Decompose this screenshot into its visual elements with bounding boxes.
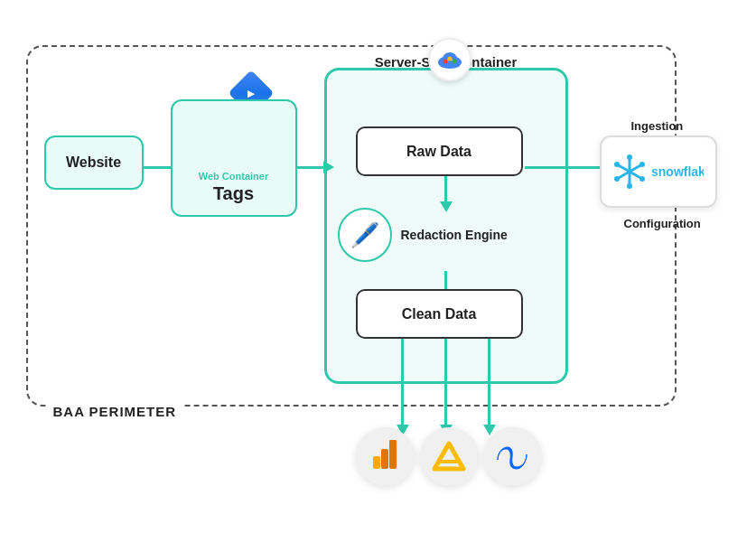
svg-rect-17 [373, 456, 380, 469]
redaction-engine-label: Redaction Engine [401, 228, 508, 242]
arrow-down-line [488, 339, 490, 425]
clean-data-box: Clean Data [356, 289, 523, 339]
arrow-down-line [401, 339, 404, 425]
configuration-label: Configuration [624, 217, 701, 230]
arrow-down-line [444, 339, 447, 425]
web-container-label: Web Container [199, 171, 268, 182]
svg-point-11 [627, 183, 632, 189]
clean-data-label: Clean Data [402, 306, 477, 322]
website-label: Website [66, 154, 121, 171]
arrow-line [144, 166, 173, 169]
gads-svg [431, 440, 467, 474]
svg-text:snowflake: snowflake [651, 164, 704, 179]
arrow-rawdata-to-snowflake [525, 161, 611, 173]
svg-point-6 [452, 60, 456, 64]
svg-point-10 [627, 154, 632, 160]
arrow-down-line [444, 176, 447, 201]
svg-point-14 [614, 176, 620, 182]
arrow-line [296, 166, 323, 169]
raw-data-label: Raw Data [406, 144, 471, 160]
eraser-icon: 🖊️ [350, 221, 379, 249]
tags-label: Tags [213, 183, 254, 204]
gcp-cloud-icon [428, 38, 471, 81]
arrow-cleandata-to-gads [440, 339, 453, 435]
redaction-engine-area: 🖊️ Redaction Engine [338, 199, 541, 271]
svg-point-15 [639, 162, 645, 167]
svg-point-4 [443, 60, 447, 64]
snowflake-svg: snowflake [613, 149, 704, 194]
ingestion-label: Ingestion [631, 119, 684, 133]
google-analytics-icon [356, 427, 415, 486]
snowflake-box: snowflake [600, 136, 717, 208]
redaction-icon: 🖊️ [338, 208, 392, 262]
website-box: Website [44, 136, 144, 190]
arrow-line [525, 166, 600, 169]
gtm-diamond-inner: ▶ [247, 89, 255, 98]
svg-point-13 [639, 176, 645, 182]
diagram-wrapper: BAA PERIMETER Website ▶ Google Tag Manag… [17, 18, 740, 524]
google-ads-icon [420, 427, 479, 486]
arrow-down-line [444, 271, 447, 291]
svg-marker-21 [434, 444, 463, 469]
svg-point-12 [614, 162, 620, 167]
arrow-cleandata-to-meta [483, 339, 496, 435]
meta-svg [493, 440, 531, 474]
web-container-box: Web Container Tags [171, 99, 297, 217]
arrow-cleandata-to-ga [397, 339, 409, 435]
svg-point-5 [447, 57, 452, 61]
svg-rect-18 [381, 449, 388, 469]
meta-icon [483, 427, 542, 486]
baa-label: BAA PERIMETER [46, 404, 184, 419]
raw-data-box: Raw Data [356, 126, 523, 176]
gcp-svg [436, 50, 463, 70]
ga-svg [368, 440, 402, 474]
